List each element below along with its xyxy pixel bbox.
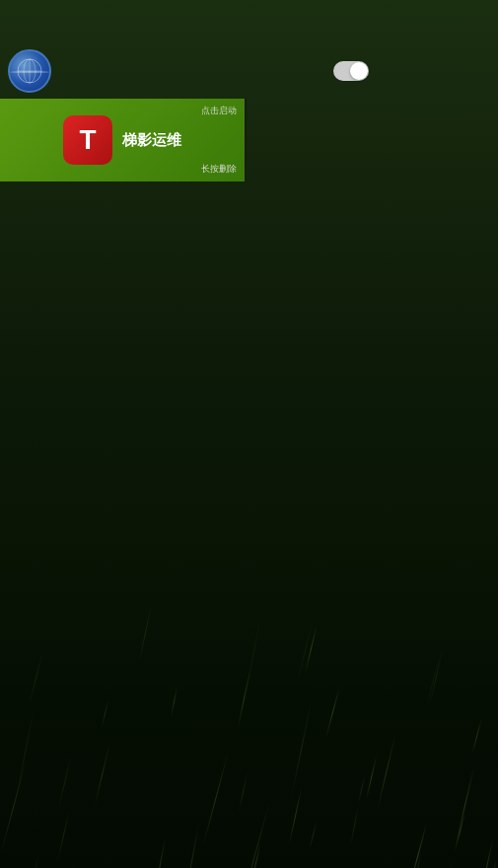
app1-icon: T xyxy=(63,115,112,165)
bottom-area xyxy=(0,603,498,868)
rain-visual xyxy=(0,603,498,868)
app1-name: 梯影运维 xyxy=(122,131,181,150)
app-slot-1-inner: T 梯影运维 xyxy=(63,115,181,165)
click-start-label: 点击启动 xyxy=(201,105,237,117)
auto-toggle[interactable] xyxy=(333,61,369,81)
app1-icon-letter: T xyxy=(79,124,96,156)
long-press-label: 长按删除 xyxy=(201,163,237,176)
app-slot-1[interactable]: 点击启动 T 梯影运维 长按删除 xyxy=(0,99,247,181)
main-container: 设置密码 设备未授权 （请尽快授权） 自动按顺序刷 随机点赞 快速追剧 手机精华… xyxy=(0,0,498,868)
globe-svg xyxy=(16,57,43,85)
globe-icon xyxy=(8,49,51,93)
